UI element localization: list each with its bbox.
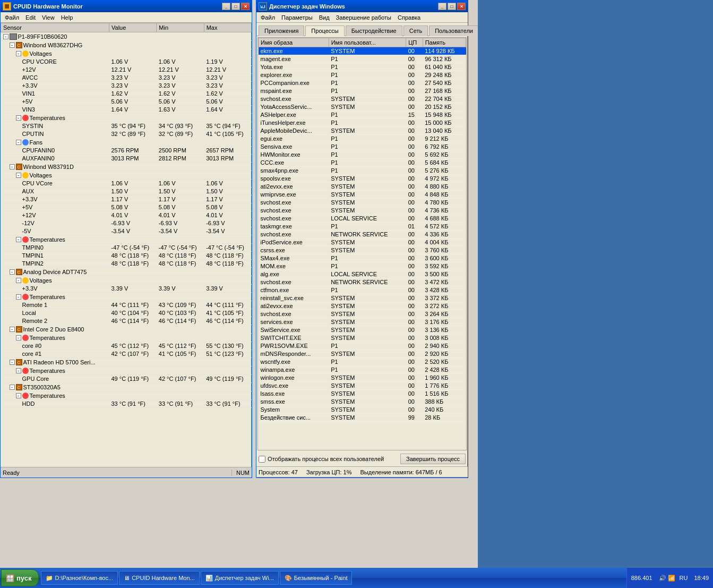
table-row[interactable]: winlogon.exe SYSTEM 00 1 960 КБ <box>259 374 466 382</box>
cpuid-title-bar[interactable]: CPUID Hardware Monitor _ □ ✕ <box>1 1 252 12</box>
table-row[interactable]: CCC.exe P1 00 5 684 КБ <box>259 159 466 167</box>
table-row[interactable]: +3.3V 1.17 V 1.17 V 1.17 V <box>1 195 252 203</box>
table-row[interactable]: +5V 5.08 V 5.08 V 5.08 V <box>1 203 252 211</box>
table-row[interactable]: Local 40 °C (104 °F) 40 °C (103 °F) 41 °… <box>1 309 252 317</box>
table-row[interactable]: ati2evxx.exe SYSTEM 00 4 880 КБ <box>259 183 466 191</box>
cpuid-menu-file[interactable]: Файл <box>2 13 22 22</box>
table-row[interactable]: taskmgr.exe P1 01 4 572 КБ <box>259 223 466 231</box>
proc-col-mem[interactable]: Память <box>423 38 466 47</box>
tab-performance[interactable]: Быстродействие <box>346 25 402 36</box>
table-row[interactable]: - C ST3500320A5 <box>1 383 252 391</box>
table-row[interactable]: alg.exe LOCAL SERVICE 00 3 500 КБ <box>259 270 466 278</box>
table-row[interactable]: core #1 42 °C (107 °F) 41 °C (105 °F) 51… <box>1 350 252 358</box>
table-row[interactable]: TMPIN1 48 °C (118 °F) 48 °C (118 °F) 48 … <box>1 252 252 260</box>
taskman-title-bar[interactable]: Диспетчер задач Windows _ □ ✕ <box>256 1 468 12</box>
table-row[interactable]: AppleMobileDevic... SYSTEM 00 13 040 КБ <box>259 127 466 135</box>
taskman-menu-end[interactable]: Завершение работы <box>333 13 394 22</box>
table-row[interactable]: iTunesHelper.exe P1 00 15 000 КБ <box>259 119 466 127</box>
table-row[interactable]: CPUTIN 32 °C (89 °F) 32 °C (89 °F) 41 °C… <box>1 130 252 138</box>
table-row[interactable]: CPU VCORE 1.06 V 1.06 V 1.19 V <box>1 58 252 66</box>
table-row[interactable]: PCCompanion.exe P1 00 27 540 КБ <box>259 79 466 87</box>
table-row[interactable]: - C Winbond W83627DHG <box>1 41 252 49</box>
tab-processes[interactable]: Процессы <box>305 25 344 36</box>
table-row[interactable]: csrss.exe SYSTEM 00 3 760 КБ <box>259 246 466 254</box>
table-row[interactable]: svchost.exe LOCAL SERVICE 00 4 688 КБ <box>259 215 466 223</box>
table-row[interactable]: +5V 5.06 V 5.06 V 5.06 V <box>1 98 252 106</box>
table-row[interactable]: Sensiva.exe P1 00 6 792 КБ <box>259 143 466 151</box>
cpuid-minimize-button[interactable]: _ <box>222 3 230 10</box>
table-row[interactable]: wmiprvse.exe SYSTEM 00 4 848 КБ <box>259 191 466 199</box>
table-row[interactable]: - Fans <box>1 138 252 147</box>
table-row[interactable]: - Temperatures <box>1 334 252 342</box>
table-row[interactable]: svchost.exe NETWORK SERVICE 00 3 472 КБ <box>259 278 466 286</box>
table-row[interactable]: YotaAccessServic... SYSTEM 00 20 152 КБ <box>259 103 466 111</box>
table-row[interactable]: +3.3V 3.23 V 3.23 V 3.23 V <box>1 82 252 90</box>
tab-applications[interactable]: Приложения <box>259 25 304 36</box>
table-row[interactable]: - Voltages <box>1 49 252 58</box>
taskbar-item-0[interactable]: 📁 D:\Разное\Комп-вос... <box>41 571 118 585</box>
table-row[interactable]: AUX 1.50 V 1.50 V 1.50 V <box>1 188 252 195</box>
table-row[interactable]: Бездействие сис... SYSTEM 99 28 КБ <box>259 414 466 422</box>
table-row[interactable]: - Temperatures <box>1 293 252 301</box>
proc-col-cpu[interactable]: ЦП <box>406 38 423 47</box>
taskman-maximize-button[interactable]: □ <box>448 3 456 10</box>
table-row[interactable]: ekrn.exe SYSTEM 00 114 928 КБ <box>259 47 466 55</box>
table-row[interactable]: TMPIN0 -47 °C (-54 °F) -47 °C (-54 °F) -… <box>1 244 252 252</box>
table-row[interactable]: core #0 45 °C (112 °F) 45 °C (112 °F) 55… <box>1 342 252 350</box>
proc-col-name[interactable]: Имя образа <box>259 38 329 47</box>
taskman-close-button[interactable]: ✕ <box>457 3 466 10</box>
table-row[interactable]: mspaint.exe P1 00 27 168 КБ <box>259 87 466 95</box>
table-row[interactable]: - C Winbond W83791D <box>1 163 252 171</box>
table-row[interactable]: spoolsv.exe SYSTEM 00 4 972 КБ <box>259 175 466 183</box>
proc-col-user[interactable]: Имя пользоват... <box>329 38 406 47</box>
table-row[interactable]: - P1-89FF10B60620 <box>1 32 252 41</box>
table-row[interactable]: Remote 1 44 °C (111 °F) 43 °C (109 °F) 4… <box>1 301 252 309</box>
table-row[interactable]: System SYSTEM 00 240 КБ <box>259 406 466 414</box>
table-row[interactable]: reinstall_svc.exe SYSTEM 00 3 372 КБ <box>259 294 466 302</box>
table-row[interactable]: - Temperatures <box>1 367 252 375</box>
table-row[interactable]: +12V 12.21 V 12.21 V 12.21 V <box>1 66 252 74</box>
table-row[interactable]: - Voltages <box>1 171 252 180</box>
taskman-menu-view[interactable]: Вид <box>316 13 333 22</box>
table-row[interactable]: PWR1SOVM.EXE P1 00 2 940 КБ <box>259 342 466 350</box>
table-row[interactable]: AVCC 3.23 V 3.23 V 3.23 V <box>1 74 252 82</box>
table-row[interactable]: winampa.exe P1 00 2 428 КБ <box>259 366 466 374</box>
table-row[interactable]: MOM.exe P1 00 3 592 КБ <box>259 262 466 270</box>
taskbar-item-2[interactable]: 📊 Диспетчер задач Wi... <box>201 571 279 585</box>
table-row[interactable]: VIN1 1.62 V 1.62 V 1.62 V <box>1 90 252 98</box>
table-row[interactable]: svchost.exe NETWORK SERVICE 00 4 336 КБ <box>259 231 466 238</box>
start-button[interactable]: 🪟 пуск <box>1 569 39 586</box>
table-row[interactable]: AUXFANIN0 3013 RPM 2812 RPM 3013 RPM <box>1 155 252 163</box>
table-row[interactable]: ASHelper.exe P1 15 15 948 КБ <box>259 111 466 119</box>
table-row[interactable]: services.exe SYSTEM 00 3 176 КБ <box>259 318 466 326</box>
table-row[interactable]: svchost.exe SYSTEM 00 4 736 КБ <box>259 207 466 215</box>
taskbar-item-3[interactable]: 🎨 Безымянный - Paint <box>280 571 353 585</box>
cpuid-menu-help[interactable]: Help <box>58 13 76 22</box>
table-row[interactable]: +12V 4.01 V 4.01 V 4.01 V <box>1 211 252 219</box>
cpuid-maximize-button[interactable]: □ <box>231 3 240 10</box>
cpuid-menu-edit[interactable]: Edit <box>22 13 39 22</box>
taskman-menu-params[interactable]: Параметры <box>278 13 316 22</box>
tab-network[interactable]: Сеть <box>403 25 428 36</box>
table-row[interactable]: HWMonitor.exe P1 00 5 692 КБ <box>259 151 466 159</box>
table-row[interactable]: svchost.exe SYSTEM 00 22 704 КБ <box>259 95 466 103</box>
cpuid-close-button[interactable]: ✕ <box>241 3 250 10</box>
table-row[interactable]: ctfmon.exe P1 00 3 428 КБ <box>259 286 466 294</box>
table-row[interactable]: mDNSResponder... SYSTEM 00 2 920 КБ <box>259 350 466 358</box>
table-row[interactable]: SwiService.exe SYSTEM 00 3 136 КБ <box>259 326 466 334</box>
table-row[interactable]: VIN3 1.64 V 1.63 V 1.64 V <box>1 106 252 114</box>
table-row[interactable]: SMax4.exe P1 00 3 600 КБ <box>259 254 466 262</box>
table-row[interactable]: - C Analog Device ADT7475 <box>1 268 252 276</box>
table-row[interactable]: SWITCHIT.EXE SYSTEM 00 3 008 КБ <box>259 334 466 342</box>
table-row[interactable]: - C Intel Core 2 Duo E8400 <box>1 325 252 334</box>
taskbar-item-1[interactable]: 🖥 CPUID Hardware Mon... <box>119 571 200 585</box>
table-row[interactable]: iPodService.exe SYSTEM 00 4 004 КБ <box>259 238 466 246</box>
table-row[interactable]: TMPIN2 48 °C (118 °F) 48 °C (118 °F) 48 … <box>1 260 252 268</box>
table-row[interactable]: - Voltages <box>1 276 252 285</box>
table-row[interactable]: - Temperatures <box>1 114 252 122</box>
table-row[interactable]: CPUFANIN0 2576 RPM 2500 RPM 2657 RPM <box>1 147 252 155</box>
table-row[interactable]: - Temperatures <box>1 235 252 244</box>
table-row[interactable]: wscntfy.exe P1 00 2 520 КБ <box>259 358 466 366</box>
table-row[interactable]: Remote 2 46 °C (114 °F) 46 °C (114 °F) 4… <box>1 317 252 325</box>
process-table-container[interactable]: Имя образа Имя пользоват... ЦП Память ek… <box>257 37 467 450</box>
